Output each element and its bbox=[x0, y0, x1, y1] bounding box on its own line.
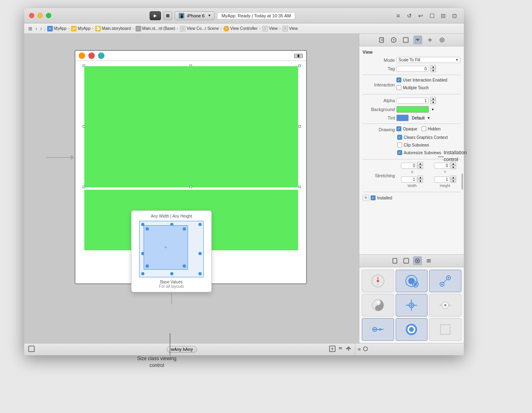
mode-select[interactable]: Scale To Fill ▼ bbox=[396, 57, 461, 63]
multiple-touch-checkbox[interactable] bbox=[396, 85, 401, 90]
zoom-reset-button[interactable] bbox=[337, 346, 344, 353]
canvas-area[interactable]: ▓ bbox=[24, 34, 359, 343]
inspector-list-button[interactable]: ≡ bbox=[358, 346, 361, 352]
clip-subviews-checkbox[interactable] bbox=[397, 143, 402, 147]
tab-help[interactable]: ? bbox=[389, 36, 398, 44]
tab-connections[interactable] bbox=[438, 36, 446, 44]
outline-toggle-button[interactable] bbox=[28, 346, 35, 353]
obj-item-radio-selected[interactable] bbox=[396, 270, 428, 292]
stretch-width-stepper[interactable]: ▲ ▼ bbox=[417, 176, 423, 183]
scene-icon: □ bbox=[180, 26, 186, 31]
error-icon[interactable] bbox=[88, 52, 95, 59]
stretch-x-up[interactable]: ▲ bbox=[417, 162, 423, 166]
alpha-decrement[interactable]: ▼ bbox=[430, 101, 436, 104]
stretch-x-stepper[interactable]: ▲ ▼ bbox=[417, 162, 423, 169]
opaque-checkbox[interactable]: ✓ bbox=[396, 126, 401, 131]
obj-item-path[interactable] bbox=[429, 270, 461, 292]
stretch-y-down[interactable]: ▼ bbox=[451, 166, 456, 169]
obj-item-slider[interactable] bbox=[429, 294, 461, 317]
stretch-x-input[interactable] bbox=[401, 163, 417, 169]
breadcrumb-view1[interactable]: □ View bbox=[262, 26, 278, 31]
alpha-input[interactable] bbox=[396, 98, 429, 104]
breadcrumb-view2[interactable]: □ View bbox=[282, 26, 298, 31]
stretch-y-input[interactable] bbox=[434, 163, 450, 169]
obj-tab-list[interactable] bbox=[424, 256, 433, 265]
size-class-button[interactable]: wAny hAny bbox=[167, 346, 197, 353]
nav-back-button[interactable]: ‹ bbox=[35, 26, 38, 31]
stretch-width-input[interactable] bbox=[401, 176, 417, 182]
maximize-button[interactable] bbox=[46, 13, 51, 18]
grid-view-button[interactable]: ⊞ bbox=[27, 26, 33, 31]
tag-stepper[interactable]: ▲ ▼ bbox=[430, 65, 436, 72]
breadcrumb-myapp1[interactable]: A MyApp bbox=[47, 26, 67, 31]
layout-fit-button[interactable] bbox=[329, 346, 336, 353]
resize-handle-bl[interactable] bbox=[83, 186, 85, 188]
layout2-icon[interactable]: ⊟ bbox=[439, 11, 448, 20]
obj-tab-circle[interactable] bbox=[413, 256, 422, 265]
minimize-button[interactable] bbox=[38, 13, 43, 18]
scrollbar-thumb[interactable] bbox=[461, 174, 463, 190]
inspector-circle-button[interactable] bbox=[363, 346, 368, 353]
stretch-height-up[interactable]: ▲ bbox=[451, 176, 456, 179]
background-swatch[interactable] bbox=[396, 106, 429, 113]
obj-item-leftright[interactable] bbox=[362, 318, 394, 341]
autoresize-checkbox[interactable]: ✓ bbox=[397, 150, 402, 155]
resize-handle-bc[interactable] bbox=[190, 186, 192, 188]
list-icon[interactable]: ≡ bbox=[394, 11, 403, 20]
tab-file[interactable] bbox=[377, 36, 386, 44]
breadcrumb-storyboard[interactable]: 📄 Main.storyboard bbox=[95, 26, 131, 31]
installed-checkbox[interactable]: ✓ bbox=[371, 195, 376, 200]
breadcrumb-myapp2[interactable]: 📁 MyApp bbox=[71, 26, 90, 31]
run-button[interactable]: ▶ bbox=[150, 11, 161, 20]
nav-forward-button[interactable]: › bbox=[40, 26, 43, 31]
obj-item-crosshair[interactable] bbox=[396, 294, 428, 317]
tab-identity[interactable] bbox=[401, 36, 410, 44]
obj-item-compass[interactable] bbox=[362, 270, 394, 292]
scheme-selector[interactable]: 📱 iPhone 6 ▼ bbox=[175, 11, 215, 20]
hidden-checkbox[interactable] bbox=[421, 126, 426, 131]
obj-item-filled-circle[interactable] bbox=[396, 318, 428, 341]
breadcrumb-controller[interactable]: ⊙ View Controller bbox=[223, 26, 258, 31]
breadcrumb-base[interactable]: □ Main.st...rd (Base) bbox=[136, 26, 175, 31]
green-view-top[interactable] bbox=[84, 66, 298, 187]
tag-input[interactable] bbox=[396, 66, 429, 72]
obj-tab-file[interactable] bbox=[390, 256, 399, 265]
canvas-scroll[interactable]: ▓ bbox=[24, 34, 359, 343]
stop-button[interactable] bbox=[163, 11, 172, 20]
add-installed-button[interactable]: + bbox=[363, 195, 369, 201]
resize-handle-br[interactable] bbox=[298, 186, 301, 188]
alpha-stepper[interactable]: ▲ ▼ bbox=[430, 97, 436, 104]
layout3-icon[interactable]: ⊡ bbox=[450, 11, 459, 20]
warning-icon[interactable] bbox=[79, 52, 85, 59]
resize-handle-tr[interactable] bbox=[298, 65, 301, 67]
resize-handle-mr[interactable] bbox=[298, 125, 301, 128]
breadcrumb-scene[interactable]: □ View Co...r Scene bbox=[180, 26, 219, 31]
layout1-icon[interactable]: ☐ bbox=[428, 11, 436, 20]
obj-item-yinyang[interactable] bbox=[362, 294, 394, 317]
back-icon[interactable]: ↩ bbox=[416, 11, 425, 20]
clears-graphics-checkbox[interactable]: ✓ bbox=[397, 135, 402, 140]
stretch-height-down[interactable]: ▼ bbox=[451, 179, 456, 183]
obj-tab-shape[interactable] bbox=[402, 256, 411, 265]
tag-increment[interactable]: ▲ bbox=[430, 65, 436, 69]
user-interaction-checkbox[interactable]: ✓ bbox=[396, 78, 401, 82]
resize-handle-ml[interactable] bbox=[83, 125, 85, 128]
obj-item-square[interactable] bbox=[429, 318, 461, 341]
alpha-increment[interactable]: ▲ bbox=[430, 97, 436, 101]
info-icon[interactable] bbox=[98, 52, 104, 59]
zoom-full-button[interactable] bbox=[345, 346, 352, 353]
refresh-icon[interactable]: ↺ bbox=[405, 11, 414, 20]
tab-attributes[interactable] bbox=[413, 36, 422, 44]
stretch-x-down[interactable]: ▼ bbox=[417, 166, 423, 169]
size-class-grid[interactable]: + + + + bbox=[139, 221, 204, 277]
storyboard-icon: 📄 bbox=[95, 26, 101, 31]
tab-size[interactable] bbox=[426, 36, 434, 44]
stretch-height-stepper[interactable]: ▲ ▼ bbox=[451, 176, 456, 183]
stretch-y-stepper[interactable]: ▲ ▼ bbox=[451, 162, 456, 169]
close-button[interactable] bbox=[29, 13, 34, 18]
tint-swatch[interactable] bbox=[396, 115, 409, 121]
stretch-height-input[interactable] bbox=[434, 176, 450, 182]
tag-decrement[interactable]: ▼ bbox=[430, 69, 436, 72]
stretch-width-down[interactable]: ▼ bbox=[417, 179, 423, 183]
stretch-width-up[interactable]: ▲ bbox=[417, 176, 423, 179]
